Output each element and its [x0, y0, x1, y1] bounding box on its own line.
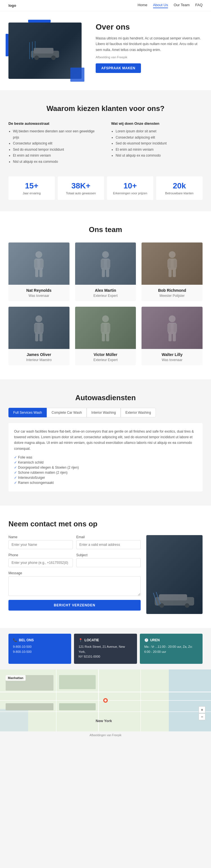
- stats-row: 15+Jaar ervaring38K+Totaal auto gewassen…: [8, 176, 203, 200]
- svg-point-31: [102, 315, 109, 322]
- svg-rect-30: [39, 334, 42, 341]
- svg-rect-33: [101, 323, 104, 332]
- info-card-teal: 🕐URENMa - Vr ...11:00 - 20:00 uur, Za, Z…: [140, 634, 203, 664]
- map-label-newyork: New York: [96, 719, 112, 723]
- info-card-title: 📍LOCATIE: [78, 638, 132, 642]
- map-section: Manhattan New York + −: [0, 670, 211, 732]
- svg-rect-22: [174, 259, 177, 268]
- accent-bar-left: [6, 34, 8, 56]
- why-col2-title: Wat wij doen Onze diensten: [111, 121, 203, 126]
- team-photo: [8, 243, 69, 285]
- hero-right: Over ons Massa ultrices mi quis hendreri…: [93, 23, 203, 73]
- zoom-in-button[interactable]: +: [199, 706, 205, 713]
- svg-point-13: [102, 251, 109, 258]
- team-member-role: Was tovenaar: [145, 358, 199, 362]
- phone-field-group: Phone: [8, 553, 73, 567]
- svg-rect-1: [34, 48, 54, 54]
- name-input[interactable]: [8, 540, 73, 549]
- team-member-name: Bob Richmond: [145, 288, 199, 292]
- stat-card: 15+Jaar ervaring: [8, 176, 55, 200]
- why-col2-item: Lorem ipsum dolor sit amet: [116, 128, 203, 135]
- subject-field-group: Subject: [76, 553, 141, 567]
- svg-rect-61: [6, 703, 54, 710]
- svg-rect-58: [59, 675, 96, 689]
- name-field-group: Name: [8, 535, 73, 549]
- service-item: ✓Schone rubberen matten (2 rijen): [14, 471, 197, 474]
- service-tab-1[interactable]: Complete Car Wash: [47, 408, 86, 417]
- stat-number: 15+: [13, 181, 50, 190]
- footer-credit-text: Afbeeldingen van Freepik: [90, 734, 121, 737]
- email-label: Email: [76, 535, 141, 539]
- services-section: Autowasdiensten Full Services WashComple…: [0, 379, 211, 506]
- info-card-title: 🕐UREN: [144, 638, 198, 642]
- email-input[interactable]: [76, 540, 141, 549]
- why-col1-item: Consectetur adipiscing elit: [13, 141, 100, 147]
- svg-rect-27: [34, 323, 37, 332]
- service-tab-2[interactable]: Interior Washing: [86, 408, 121, 417]
- service-list: ✓Folie was✓Keramisch schild✓Doorgepoetsd…: [14, 456, 197, 485]
- service-tab-3[interactable]: Exterior Washing: [121, 408, 156, 417]
- why-col2-item: Sed do eiusmod tempor incididunt: [116, 141, 203, 147]
- cta-button[interactable]: AFSPRAAK MAKEN: [96, 63, 141, 73]
- svg-rect-12: [39, 269, 42, 277]
- team-card: Victor MüllerExterieur Expert: [75, 307, 136, 365]
- info-card-dark: 📍LOCATIE121 Rock Street, 21 Avenue, New …: [74, 634, 137, 664]
- info-card-line: 121 Rock Street, 21 Avenue, New York,: [78, 644, 132, 654]
- team-card: Walter LillyWas tovenaar: [142, 307, 203, 365]
- svg-point-2: [34, 56, 39, 60]
- contact-layout: Name Email Phone Subject Me: [8, 535, 203, 614]
- team-member-name: Nat Reynolds: [12, 288, 66, 292]
- svg-rect-51: [0, 709, 28, 732]
- svg-point-46: [185, 603, 189, 608]
- nav-links: HomeAbout UsOur TeamFAQ: [138, 3, 203, 8]
- svg-rect-40: [174, 323, 177, 332]
- why-col1-item: Sed do eiusmod tempor incididunt: [13, 147, 100, 153]
- message-input[interactable]: [8, 576, 141, 596]
- hero-left: [8, 23, 87, 79]
- email-field-group: Email: [76, 535, 141, 549]
- submit-button[interactable]: BERICHT VERZENDEN: [8, 600, 141, 611]
- svg-rect-39: [167, 323, 171, 332]
- message-label: Message: [8, 571, 141, 575]
- navbar: logo HomeAbout UsOur TeamFAQ: [0, 0, 211, 11]
- nav-link-our-team[interactable]: Our Team: [174, 3, 189, 8]
- nav-link-home[interactable]: Home: [138, 3, 147, 8]
- map-label-manhattan: Manhattan: [6, 675, 26, 681]
- svg-rect-24: [173, 269, 176, 277]
- info-card-line: 6:00 - 20:00 uur: [144, 649, 198, 654]
- team-member-role: Exterieur Expert: [78, 294, 133, 298]
- name-label: Name: [8, 535, 73, 539]
- service-tab-0[interactable]: Full Services Wash: [8, 408, 47, 417]
- info-cards-row: 📞BEL ONS9-800-10-5009-800-10-500📍LOCATIE…: [0, 628, 211, 670]
- stat-number: 20k: [161, 181, 198, 190]
- team-member-name: Alex Martin: [78, 288, 133, 292]
- team-card: Bob RichmondMeester Polijster: [142, 243, 203, 301]
- svg-rect-11: [35, 269, 38, 277]
- form-row-2: Phone Subject: [8, 553, 141, 567]
- map-zoom-controls: + −: [199, 706, 205, 720]
- team-photo: [142, 307, 203, 349]
- zoom-out-button[interactable]: −: [199, 713, 205, 720]
- contact-section: Neem contact met ons op Name Email Phone: [0, 505, 211, 628]
- team-member-role: Was tovenaar: [12, 294, 66, 298]
- service-item: ✓Interieurstofzuiger: [14, 476, 197, 479]
- why-col1-item: Nisl ut aliquip ex ea commodo: [13, 159, 100, 165]
- stat-label: Jaar ervaring: [13, 191, 50, 195]
- team-member-name: James Oliver: [12, 352, 66, 357]
- stat-label: Totaal auto gewassen: [63, 191, 99, 195]
- message-field-group: Message: [8, 571, 141, 596]
- team-card: Nat ReynoldsWas tovenaar: [8, 243, 69, 301]
- why-col2-item: Consectetur adipiscing elit: [116, 135, 203, 141]
- phone-input[interactable]: [8, 558, 73, 567]
- team-title: Ons team: [8, 225, 203, 234]
- service-content: Our car wash facilities feature flat-bel…: [8, 423, 203, 492]
- nav-link-about-us[interactable]: About Us: [153, 3, 168, 8]
- svg-rect-16: [107, 259, 110, 268]
- team-member-name: Victor Müller: [78, 352, 133, 357]
- svg-rect-28: [40, 323, 44, 332]
- contact-title: Neem contact met ons op: [8, 520, 203, 528]
- nav-link-faq[interactable]: FAQ: [195, 3, 203, 8]
- subject-input[interactable]: [76, 558, 141, 567]
- stat-label: Betrouwbare klanten: [161, 191, 198, 195]
- why-col2-item: Nisl ut aliquip ex ea commodo: [116, 153, 203, 159]
